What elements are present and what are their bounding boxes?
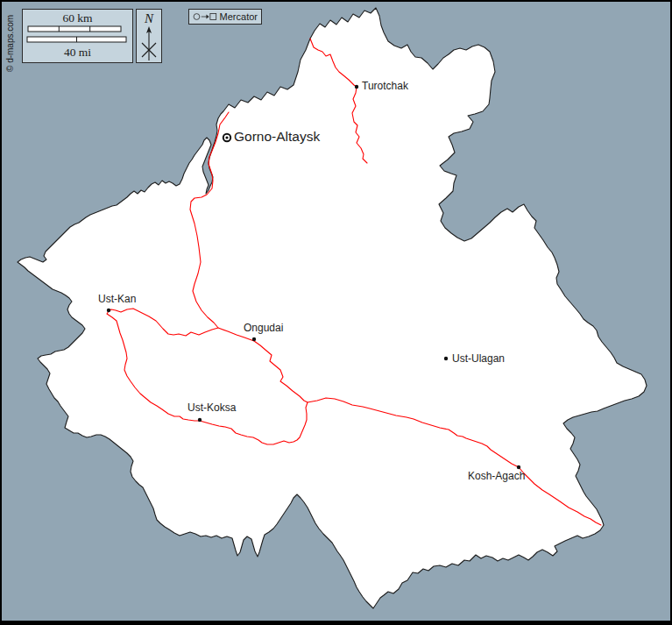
capital-marker-gorno-altaysk-core [225,136,228,138]
projection-panel: Mercator [188,9,262,25]
map-canvas: Gorno-Altaysk Turotchak Ust-Kan Ongudai … [0,0,672,625]
town-marker-turotchak [355,85,358,89]
projection-label: Mercator [220,12,258,22]
town-marker-ust-ulagan [444,357,448,360]
region-map-svg [2,2,670,621]
compass-rose-icon [137,25,161,62]
city-label-ust-ulagan: Ust-Ulagan [452,353,505,364]
scale-km-label: 60 km [23,12,132,25]
city-label-gorno-altaysk: Gorno-Altaysk [234,130,320,144]
compass-panel: N [136,9,162,63]
town-marker-ust-kan [107,309,110,312]
city-label-turotchak: Turotchak [362,81,408,91]
region-outline [18,8,647,608]
town-marker-ust-koksa [198,418,202,422]
scale-bars [23,25,132,46]
scale-mi-label: 40 mi [23,46,132,59]
city-label-ust-koksa: Ust-Koksa [187,402,236,413]
town-marker-kosh-agach [517,465,520,469]
compass-north-label: N [137,11,161,25]
city-label-ongudai: Ongudai [244,323,283,333]
scale-bar-panel: 60 km 40 mi [22,9,133,63]
city-label-ust-kan: Ust-Kan [98,294,136,304]
city-label-kosh-agach: Kosh-Agach [468,471,525,481]
projection-transform-icon [193,11,217,22]
copyright-attribution: © d-maps.com [5,9,16,72]
town-marker-ongudai [252,337,256,341]
